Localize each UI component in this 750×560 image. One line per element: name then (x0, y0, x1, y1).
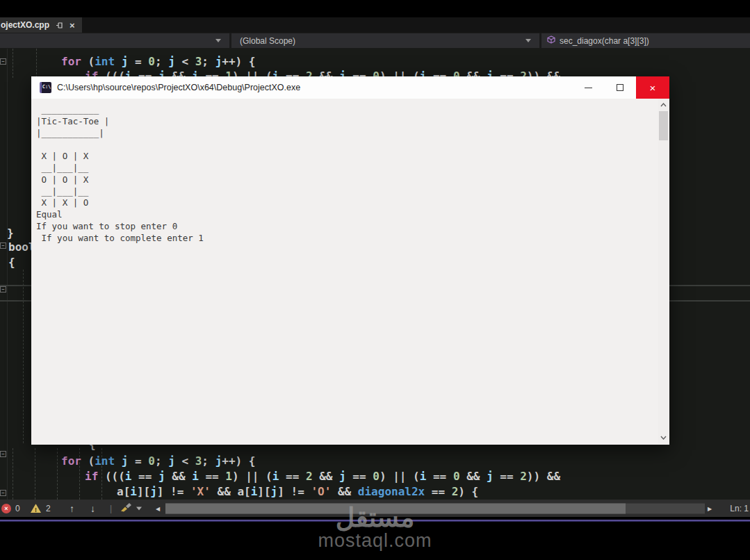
chevron-down-icon (215, 39, 221, 42)
watermark: مستقل mostaql.com (0, 503, 750, 549)
indent-guide (57, 448, 58, 500)
gutter-divider (7, 49, 8, 500)
code-fragment-open-brace: { (8, 256, 15, 269)
watermark-logo: مستقل (0, 503, 750, 532)
member-cube-icon (547, 35, 555, 46)
watermark-site: mostaql.com (0, 532, 750, 549)
minimize-button[interactable] (572, 76, 604, 99)
code-fragment-clipped-brace: { (89, 445, 96, 453)
scope-dropdown-label: (Global Scope) (240, 36, 295, 46)
member-dropdown[interactable]: sec_diagox(char a[3][3]) (541, 33, 750, 48)
code-collapse-icon[interactable]: − (0, 451, 6, 457)
scrollbar-thumb[interactable] (659, 111, 668, 140)
code-line-aij-bottom: a[i][j] != 'X' && a[i][j] != 'O' && diag… (117, 485, 478, 499)
console-output: ___________ |Tic-Tac-Toe | |___________|… (36, 104, 204, 245)
indent-guide (13, 49, 13, 78)
cmd-icon: C:\ (40, 82, 51, 93)
visual-studio-screen: ojectXO.cpp × (Global Scope) sec_diagox(… (0, 0, 750, 560)
code-line-for-top: for (int j = 0; j < 3; j++) { (61, 55, 255, 69)
code-collapse-icon[interactable]: − (0, 490, 6, 496)
chevron-down-icon (525, 39, 531, 42)
close-button[interactable]: × (636, 76, 669, 99)
indent-guide (35, 448, 35, 500)
indent-guide (13, 448, 13, 500)
indent-guide (36, 49, 37, 78)
tab-close-icon[interactable]: × (70, 21, 75, 30)
console-scrollbar[interactable] (658, 99, 669, 444)
code-collapse-icon[interactable]: − (0, 58, 6, 65)
code-line-if-bottom: if (((i == j && i == 1) || (i == 2 && j … (85, 470, 560, 484)
code-collapse-icon[interactable]: − (0, 286, 6, 293)
scroll-up-icon[interactable] (659, 100, 668, 110)
code-collapse-icon[interactable]: − (0, 242, 6, 249)
code-line-for-bottom: for (int j = 0; j < 3; j++) { (61, 454, 255, 468)
tab-bar: ojectXO.cpp × (0, 17, 750, 33)
code-line-if-top-clipped: if (((i == j && i == 1) || (i == 2 && j … (85, 69, 560, 76)
console-title-bar[interactable]: C:\ C:\Users\hp\source\repos\ProjectXO\x… (31, 76, 669, 99)
console-title: C:\Users\hp\source\repos\ProjectXO\x64\D… (57, 83, 300, 92)
member-dropdown-label: sec_diagox(char a[3][3]) (560, 36, 649, 46)
pin-icon[interactable] (56, 22, 63, 29)
tab-title: ojectXO.cpp (1, 20, 49, 30)
maximize-button[interactable] (604, 76, 636, 99)
console-body[interactable]: ___________ |Tic-Tac-Toe | |___________|… (31, 99, 669, 445)
indent-guide (23, 270, 24, 443)
scroll-down-icon[interactable] (659, 433, 668, 443)
navigation-bar: (Global Scope) sec_diagox(char a[3][3]) (0, 33, 750, 49)
console-window: C:\ C:\Users\hp\source\repos\ProjectXO\x… (31, 76, 669, 445)
project-dropdown[interactable] (0, 33, 229, 48)
code-fragment-close-brace: } (7, 227, 14, 240)
tab-projectxo-cpp[interactable]: ojectXO.cpp × (0, 17, 82, 33)
scope-dropdown[interactable]: (Global Scope) (231, 33, 539, 48)
